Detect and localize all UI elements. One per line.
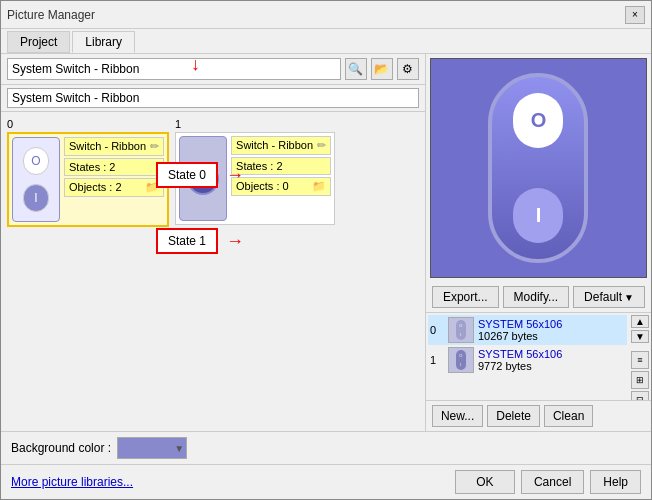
state-name-0: SYSTEM 56x106 [478,318,562,330]
dialog-buttons: OK Cancel Help [455,470,641,494]
title-bar: Picture Manager × [1,1,651,29]
dialog-buttons-row: More picture libraries... OK Cancel Help [1,464,651,499]
clean-button[interactable]: Clean [544,405,593,427]
edit-icon-0[interactable]: ✏ [150,140,159,153]
tab-library[interactable]: Library [72,31,135,53]
more-libraries-link[interactable]: More picture libraries... [11,475,133,489]
right-panel: O I Export... Modify... Default ▼ 0 [426,54,651,431]
dropdown-row: System Switch - Ribbon 🔍 📂 ⚙ Drop-down..… [1,54,425,85]
modify-button[interactable]: Modify... [503,286,569,308]
delete-button[interactable]: Delete [487,405,540,427]
arrow1-icon: → [226,231,244,252]
state-size-1: 9772 bytes [478,360,562,372]
item-fields-0: Switch - Ribbon ✏ States : 2 Objects : 2… [64,137,164,222]
bg-color-picker[interactable]: ▼ [117,437,187,459]
switch-bottom: I [513,188,563,243]
state-info-0: SYSTEM 56x106 10267 bytes [478,318,562,342]
cancel-button[interactable]: Cancel [521,470,584,494]
annotation-state1: State 1 → [156,228,244,254]
item-objects-field-1: Objects : 0 📁 [231,177,331,196]
export-button[interactable]: Export... [432,286,499,308]
state-size-0: 10267 bytes [478,330,562,342]
settings-btn[interactable]: ⚙ [397,58,419,80]
left-panel: System Switch - Ribbon 🔍 📂 ⚙ Drop-down..… [1,54,426,431]
item-index-0: 0 [7,118,169,130]
default-dropdown-icon[interactable]: ▼ [624,292,634,303]
state-info-1: SYSTEM 56x106 9772 bytes [478,348,562,372]
arrow0-icon: → [226,165,244,186]
scroll-up-button[interactable]: ▲ [631,315,649,328]
switch-top: O [513,93,563,148]
edit-icon-1[interactable]: ✏ [317,139,326,152]
library-dropdown[interactable]: System Switch - Ribbon [7,58,341,80]
default-button[interactable]: Default ▼ [573,286,645,308]
state-thumb-0: O I [448,317,474,343]
state-thumb-1: O I [448,347,474,373]
item-states-field-0: States : 2 [64,158,164,176]
bg-color-control: Background color : ▼ [11,437,187,459]
tabs-bar: Project Library [1,29,651,54]
item-objects-field-0: Objects : 2 📁 [64,178,164,197]
state-name-1: SYSTEM 56x106 [478,348,562,360]
extra-btn-3[interactable]: ⊟ [631,391,649,400]
search-row [1,85,425,112]
search-icon-btn[interactable]: 🔍 [345,58,367,80]
bg-color-label: Background color : [11,441,111,455]
bottom-section: Background color : ▼ More picture librar… [1,431,651,499]
list-item[interactable]: 0 O I Switch - Ribbon ✏ [7,118,169,425]
item-index-1: 1 [175,118,335,130]
side-buttons: ▲ ▼ ≡ ⊞ ⊟ [629,313,651,400]
scroll-down-button[interactable]: ▼ [631,330,649,343]
switch-bottom-icon: I [23,184,49,212]
state-row-1[interactable]: 1 O I SYSTEM 56x106 9772 bytes [428,345,627,375]
title-controls: × [625,6,645,24]
switch-preview: O I [488,73,588,263]
item-card-0[interactable]: O I Switch - Ribbon ✏ States : 2 [7,132,169,227]
state0-box: State 0 [156,162,218,188]
bottom-controls: Background color : ▼ [1,432,651,464]
items-area: 0 O I Switch - Ribbon ✏ [1,112,425,431]
folder-icon-1[interactable]: 📁 [312,180,326,193]
item-name-field-0: Switch - Ribbon ✏ [64,137,164,156]
extra-btn-2[interactable]: ⊞ [631,371,649,389]
main-content: System Switch - Ribbon 🔍 📂 ⚙ Drop-down..… [1,54,651,431]
item-thumb-0: O I [12,137,60,222]
preview-area: O I [430,58,647,278]
state1-box: State 1 [156,228,218,254]
manage-buttons-row: New... Delete Clean [426,400,651,431]
states-list: 0 O I SYSTEM 56x106 10267 bytes [426,313,629,400]
state-idx-1: 1 [430,354,444,366]
search-input[interactable] [7,88,419,108]
window-title: Picture Manager [7,8,95,22]
state-idx-0: 0 [430,324,444,336]
help-button[interactable]: Help [590,470,641,494]
annotation-state0: State 0 → [156,162,244,188]
item-states-field-1: States : 2 [231,157,331,175]
new-button[interactable]: New... [432,405,483,427]
states-scroll-area: 0 O I SYSTEM 56x106 10267 bytes [426,313,651,400]
action-row: Export... Modify... Default ▼ [426,282,651,313]
ok-button[interactable]: OK [455,470,515,494]
color-dropdown-icon: ▼ [174,443,184,454]
browse-btn[interactable]: 📂 [371,58,393,80]
item-fields-1: Switch - Ribbon ✏ States : 2 Objects : 0… [231,136,331,221]
item-name-field-1: Switch - Ribbon ✏ [231,136,331,155]
tab-project[interactable]: Project [7,31,70,53]
state-row-0[interactable]: 0 O I SYSTEM 56x106 10267 bytes [428,315,627,345]
switch-top-icon: O [23,147,49,175]
extra-btn-1[interactable]: ≡ [631,351,649,369]
close-button[interactable]: × [625,6,645,24]
annotations: State 0 → State 1 → [156,162,244,254]
extra-btns: ≡ ⊞ ⊟ [631,351,649,400]
window: Picture Manager × Project Library System… [0,0,652,500]
